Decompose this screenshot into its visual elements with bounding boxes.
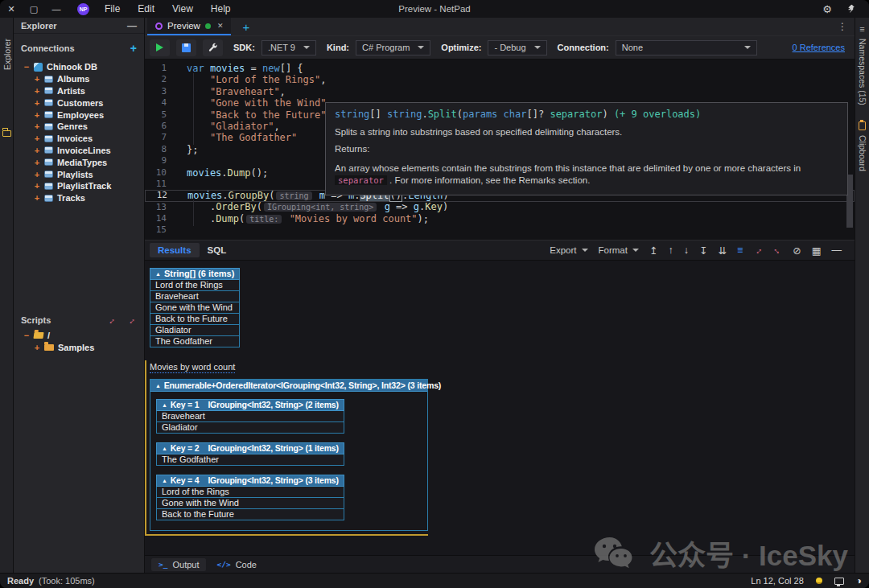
sidebar-table-mediatypes[interactable]: +MediaTypes bbox=[23, 156, 144, 168]
export-dropdown[interactable]: Export bbox=[550, 245, 587, 255]
menu-file[interactable]: File bbox=[96, 3, 129, 14]
expand-icon[interactable]: + bbox=[34, 170, 40, 179]
expand-icon[interactable]: + bbox=[34, 121, 40, 131]
collapse-icon[interactable]: − bbox=[23, 331, 30, 340]
expand-icon[interactable]: + bbox=[34, 343, 40, 352]
menu-help[interactable]: Help bbox=[202, 3, 240, 14]
clipboard-tab[interactable]: Clipboard bbox=[858, 135, 867, 171]
expand-icon[interactable]: + bbox=[34, 146, 40, 155]
scripts-title: Scripts bbox=[21, 315, 51, 325]
tab-close-icon[interactable]: ✕ bbox=[217, 22, 224, 30]
kind-value: C# Program bbox=[362, 43, 410, 52]
expand-icon[interactable]: + bbox=[34, 74, 40, 84]
database-name: Chinook DB bbox=[47, 62, 97, 72]
tab-sql[interactable]: SQL bbox=[200, 243, 235, 257]
collapse-all-icon[interactable]: ↔ bbox=[124, 313, 137, 326]
pin-icon[interactable] bbox=[846, 4, 856, 14]
sidebar-table-invoices[interactable]: +Invoices bbox=[23, 133, 144, 145]
save-button[interactable] bbox=[176, 39, 196, 56]
string-table-header[interactable]: ▲String[] (6 items) bbox=[150, 269, 240, 280]
grouping-outer-header[interactable]: ▲Enumerable+OrderedIterator<IGrouping<In… bbox=[150, 380, 427, 392]
code-line-14[interactable]: 14 .Dump(title: "Movies by word count"); bbox=[145, 213, 855, 224]
group-header[interactable]: ▲Key = 4IGrouping<Int32, String> (3 item… bbox=[157, 475, 344, 487]
table-row: The Godfather bbox=[150, 336, 240, 347]
returns-line2: . For more information, see the Remarks … bbox=[389, 175, 590, 185]
run-button[interactable] bbox=[150, 39, 170, 56]
code-line-1[interactable]: 1var movies = new[] { bbox=[145, 63, 855, 74]
sidebar-table-invoicelines[interactable]: +InvoiceLines bbox=[23, 145, 144, 157]
monitor-icon[interactable] bbox=[834, 578, 844, 585]
tab-output[interactable]: >_ Output bbox=[151, 558, 206, 571]
expand-all-icon[interactable]: ↔ bbox=[104, 313, 117, 326]
table-icon bbox=[44, 171, 53, 178]
folder-icon[interactable] bbox=[2, 130, 11, 137]
connection-dropdown[interactable]: None bbox=[616, 40, 757, 56]
expand-icon[interactable]: + bbox=[34, 181, 40, 191]
sidebar-table-genres[interactable]: +Genres bbox=[23, 121, 144, 133]
cursor-position[interactable]: Ln 12, Col 28 bbox=[751, 576, 803, 586]
tab-code[interactable]: </> Code bbox=[209, 558, 263, 571]
scroll-top-icon[interactable]: ↥ bbox=[649, 245, 657, 257]
collapse-all-results-icon[interactable]: ⇊ bbox=[718, 245, 726, 257]
group-header[interactable]: ▲Key = 1IGrouping<Int32, String> (2 item… bbox=[157, 400, 344, 411]
scripts-samples-folder[interactable]: + Samples bbox=[23, 341, 144, 353]
kind-dropdown[interactable]: C# Program bbox=[356, 40, 430, 56]
sidebar-table-artists[interactable]: +Artists bbox=[23, 85, 144, 97]
sidebar-table-tracks[interactable]: +Tracks bbox=[23, 192, 144, 204]
arrow-down-icon[interactable]: ↓ bbox=[684, 245, 689, 256]
sdk-dropdown[interactable]: .NET 9 bbox=[262, 40, 316, 56]
tab-results[interactable]: Results bbox=[150, 243, 200, 257]
sidebar-item-chinook-db[interactable]: − Chinook DB bbox=[23, 61, 144, 73]
grid-panel-icon[interactable]: ▦ bbox=[812, 245, 822, 257]
references-link[interactable]: 0 References bbox=[793, 43, 845, 52]
menu-edit[interactable]: Edit bbox=[129, 3, 163, 14]
shrink-pane-icon[interactable]: ↔ bbox=[771, 244, 785, 257]
scripts-root-folder[interactable]: − / bbox=[23, 330, 144, 342]
window-close-icon[interactable]: ✕ bbox=[0, 4, 23, 14]
code-line-2[interactable]: 2 "Lord of the Rings", bbox=[145, 74, 855, 85]
namespaces-tab[interactable]: Namespaces (15) bbox=[858, 39, 867, 105]
window-maximize-icon[interactable]: ▢ bbox=[23, 4, 45, 14]
sidebar-table-employees[interactable]: +Employees bbox=[23, 109, 144, 121]
format-dropdown[interactable]: Format bbox=[599, 245, 639, 255]
expand-icon[interactable]: + bbox=[34, 193, 40, 203]
tab-preview[interactable]: Preview ✕ bbox=[147, 18, 231, 35]
menu-view[interactable]: View bbox=[163, 3, 202, 14]
arrow-up-icon[interactable]: ↑ bbox=[668, 245, 673, 256]
collapse-panel-icon[interactable]: — bbox=[832, 245, 842, 256]
theme-contrast-icon[interactable]: ◑ bbox=[856, 575, 862, 586]
scripts-header: Scripts ↔ ↔ bbox=[14, 312, 144, 328]
window-minimize-icon[interactable]: — bbox=[45, 4, 68, 14]
code-line-13[interactable]: 13 .OrderBy(IGrouping<int, string> g => … bbox=[145, 202, 855, 213]
sidebar-table-customers[interactable]: +Customers bbox=[23, 97, 144, 109]
properties-button[interactable] bbox=[203, 39, 223, 56]
group-table-3: ▲Key = 4IGrouping<Int32, String> (3 item… bbox=[156, 475, 344, 520]
expand-icon[interactable]: + bbox=[34, 98, 40, 108]
add-connection-icon[interactable]: + bbox=[130, 42, 137, 55]
sidebar-table-playlisttrack[interactable]: +PlaylistTrack bbox=[23, 180, 144, 192]
expand-icon[interactable]: + bbox=[34, 110, 40, 120]
expand-icon[interactable]: + bbox=[34, 158, 40, 167]
code-text: var movies = new[] { bbox=[167, 63, 855, 74]
autoscroll-icon[interactable]: ≡ bbox=[737, 245, 743, 256]
expand-icon[interactable]: + bbox=[34, 134, 40, 143]
code-line-15[interactable]: 15 bbox=[145, 224, 855, 236]
sidebar-table-playlists[interactable]: +Playlists bbox=[23, 168, 144, 180]
new-tab-button[interactable]: + bbox=[242, 20, 249, 34]
scroll-bottom-icon[interactable]: ↧ bbox=[699, 245, 707, 257]
activity-explorer-tab[interactable]: Explorer bbox=[2, 39, 12, 70]
expand-icon[interactable]: + bbox=[34, 86, 40, 96]
code-line-3[interactable]: 3 "Braveheart", bbox=[145, 86, 855, 97]
collapse-explorer-icon[interactable]: — bbox=[127, 20, 137, 31]
expand-pane-icon[interactable]: ↔ bbox=[752, 244, 765, 257]
optimize-dropdown[interactable]: - Debug bbox=[488, 40, 546, 56]
sidebar-table-albums[interactable]: +Albums bbox=[23, 73, 144, 85]
lightbulb-icon[interactable] bbox=[816, 578, 822, 584]
group-header[interactable]: ▲Key = 2IGrouping<Int32, String> (1 item… bbox=[157, 443, 344, 454]
clear-results-icon[interactable]: ⊘ bbox=[793, 245, 801, 257]
collapse-icon[interactable]: − bbox=[23, 62, 30, 72]
bottom-tabbar: >_ Output </> Code bbox=[145, 555, 855, 573]
settings-gear-icon[interactable]: ⚙ bbox=[822, 3, 832, 15]
group-table-2: ▲Key = 2IGrouping<Int32, String> (1 item… bbox=[156, 442, 344, 466]
more-options-icon[interactable]: ⋮ bbox=[838, 21, 855, 32]
